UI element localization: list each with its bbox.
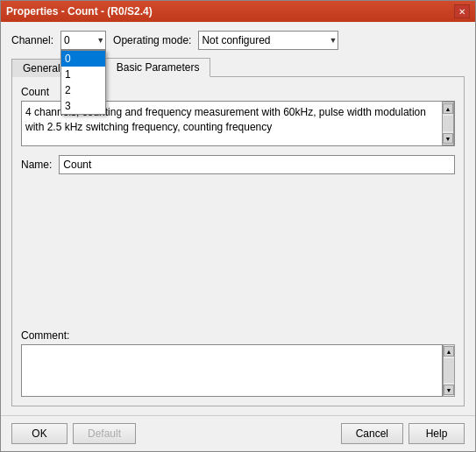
bottom-buttons: OK Default Cancel Help: [1, 415, 475, 451]
channel-dropdown[interactable]: 0 1 2 3: [60, 50, 106, 115]
operating-select[interactable]: Not configured: [198, 31, 338, 50]
cancel-button[interactable]: Cancel: [341, 423, 403, 444]
tab-content: Count 4 channels; counting and frequency…: [11, 77, 465, 406]
channel-option-3[interactable]: 3: [61, 98, 105, 114]
channel-select[interactable]: 0 1 2 3: [60, 31, 106, 50]
channel-select-wrapper: 0 1 2 3 ▼: [60, 31, 106, 50]
comment-scroll-down[interactable]: ▼: [444, 385, 454, 395]
right-buttons: Cancel Help: [341, 423, 465, 444]
main-window: Properties - Count - (R0/S2.4) ✕ Channel…: [0, 0, 476, 452]
name-input[interactable]: [59, 155, 455, 174]
tab-basic-parameters[interactable]: Basic Parameters: [105, 58, 211, 77]
channel-wrapper: 0 1 2 3 ▼ 0 1 2 3: [60, 31, 106, 50]
channel-option-2[interactable]: 2: [61, 82, 105, 98]
comment-label: Comment:: [21, 329, 455, 342]
name-row: Name:: [21, 155, 455, 174]
spacer: [21, 183, 455, 321]
channel-option-1[interactable]: 1: [61, 67, 105, 82]
comment-section: Comment: ▲ ▼: [21, 329, 455, 397]
channel-label: Channel:: [11, 34, 53, 46]
operating-label: Operating mode:: [113, 34, 191, 46]
help-button[interactable]: Help: [409, 423, 465, 444]
comment-scroll-up[interactable]: ▲: [444, 346, 454, 357]
title-controls: ✕: [454, 4, 470, 18]
description-scrollbar[interactable]: ▲ ▼: [442, 102, 454, 145]
left-buttons: OK Default: [11, 423, 136, 444]
scroll-down-arrow[interactable]: ▼: [443, 133, 453, 144]
default-button[interactable]: Default: [73, 423, 136, 444]
close-button[interactable]: ✕: [454, 4, 470, 18]
ok-button[interactable]: OK: [11, 423, 67, 444]
dialog-content: Channel: 0 1 2 3 ▼ 0 1 2 3: [1, 22, 475, 415]
top-row: Channel: 0 1 2 3 ▼ 0 1 2 3: [11, 31, 465, 50]
comment-textarea[interactable]: [21, 344, 443, 397]
scroll-track: [443, 116, 453, 131]
scroll-up-arrow[interactable]: ▲: [443, 103, 453, 114]
comment-scrollbar[interactable]: ▲ ▼: [443, 344, 455, 397]
name-label: Name:: [21, 159, 52, 171]
channel-option-0[interactable]: 0: [61, 51, 105, 67]
comment-wrapper: ▲ ▼: [21, 344, 455, 397]
title-bar: Properties - Count - (R0/S2.4) ✕: [1, 1, 475, 22]
window-title: Properties - Count - (R0/S2.4): [6, 5, 153, 18]
comment-scroll-track: [444, 358, 454, 383]
operating-select-wrapper: Not configured ▼: [198, 31, 338, 50]
